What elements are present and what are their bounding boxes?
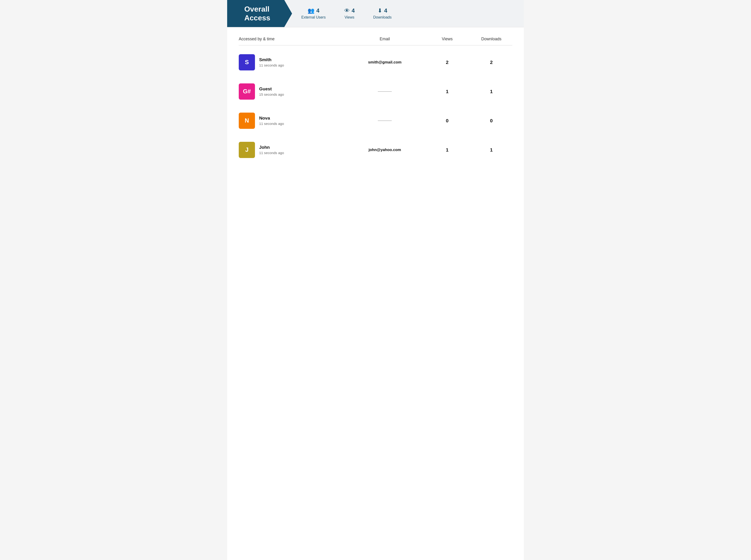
user-cell: J John 11 seconds ago <box>239 142 343 158</box>
avatar: J <box>239 142 255 158</box>
col-views: Views <box>426 37 468 41</box>
stat-number: 4 <box>316 7 319 14</box>
avatar: G# <box>239 83 255 100</box>
views-count: 2 <box>426 60 468 65</box>
stat-label: Views <box>344 15 354 19</box>
overall-access-block: OverallAccess <box>227 0 292 27</box>
user-info: Smith 11 seconds ago <box>259 57 284 67</box>
stat-item: 👥 4 External Users <box>301 7 326 19</box>
col-accessed: Accessed by & time <box>239 37 343 41</box>
downloads-icon: ⬇ <box>378 7 382 14</box>
downloads-count: 0 <box>471 118 512 123</box>
table-body: S Smith 11 seconds ago smith@gmail.com 2… <box>239 48 512 164</box>
user-name: Guest <box>259 86 284 92</box>
user-name: John <box>259 145 284 150</box>
user-name: Nova <box>259 116 284 121</box>
page-title: OverallAccess <box>244 5 270 22</box>
table-divider <box>239 45 512 45</box>
user-info: Guest 15 seconds ago <box>259 86 284 96</box>
stat-label: Downloads <box>373 15 392 19</box>
downloads-count: 2 <box>471 60 512 65</box>
email-cell <box>345 91 424 92</box>
avatar: S <box>239 54 255 71</box>
stat-top: ⬇ 4 <box>378 7 387 14</box>
user-info: John 11 seconds ago <box>259 145 284 155</box>
user-name: Smith <box>259 57 284 62</box>
avatar: N <box>239 113 255 129</box>
user-cell: G# Guest 15 seconds ago <box>239 83 343 100</box>
email-value: john@yahoo.com <box>369 147 401 152</box>
table-row: G# Guest 15 seconds ago 1 1 <box>239 77 512 106</box>
email-value: smith@gmail.com <box>368 60 401 64</box>
user-cell: S Smith 11 seconds ago <box>239 54 343 71</box>
downloads-count: 1 <box>471 147 512 153</box>
views-count: 1 <box>426 147 468 153</box>
user-time: 11 seconds ago <box>259 151 284 155</box>
stat-top: 👥 4 <box>308 7 319 14</box>
views-icon: 👁 <box>344 7 350 14</box>
header: OverallAccess 👥 4 External Users 👁 4 Vie… <box>227 0 524 27</box>
downloads-count: 1 <box>471 89 512 94</box>
stat-item: 👁 4 Views <box>344 7 355 19</box>
user-time: 11 seconds ago <box>259 122 284 125</box>
stat-top: 👁 4 <box>344 7 355 14</box>
col-downloads: Downloads <box>471 37 512 41</box>
user-cell: N Nova 11 seconds ago <box>239 113 343 129</box>
views-count: 1 <box>426 89 468 94</box>
stat-label: External Users <box>301 15 326 19</box>
table-row: J John 11 seconds ago john@yahoo.com 1 1 <box>239 135 512 164</box>
stat-number: 4 <box>384 7 387 14</box>
table-header: Accessed by & time Email Views Downloads <box>239 37 512 45</box>
user-info: Nova 11 seconds ago <box>259 116 284 125</box>
user-time: 15 seconds ago <box>259 93 284 96</box>
email-cell <box>345 120 424 121</box>
email-cell: smith@gmail.com <box>345 60 424 65</box>
stat-item: ⬇ 4 Downloads <box>373 7 392 19</box>
user-time: 11 seconds ago <box>259 63 284 67</box>
email-dash <box>378 91 392 92</box>
page-container: OverallAccess 👥 4 External Users 👁 4 Vie… <box>227 0 524 560</box>
col-email: Email <box>345 37 424 41</box>
email-cell: john@yahoo.com <box>345 147 424 152</box>
views-count: 0 <box>426 118 468 123</box>
table-row: N Nova 11 seconds ago 0 0 <box>239 106 512 135</box>
table-row: S Smith 11 seconds ago smith@gmail.com 2… <box>239 48 512 77</box>
table-section: Accessed by & time Email Views Downloads… <box>227 27 524 174</box>
email-dash <box>378 120 392 121</box>
header-stats: 👥 4 External Users 👁 4 Views ⬇ 4 Downloa… <box>292 0 524 27</box>
users-icon: 👥 <box>308 7 315 14</box>
stat-number: 4 <box>352 7 355 14</box>
